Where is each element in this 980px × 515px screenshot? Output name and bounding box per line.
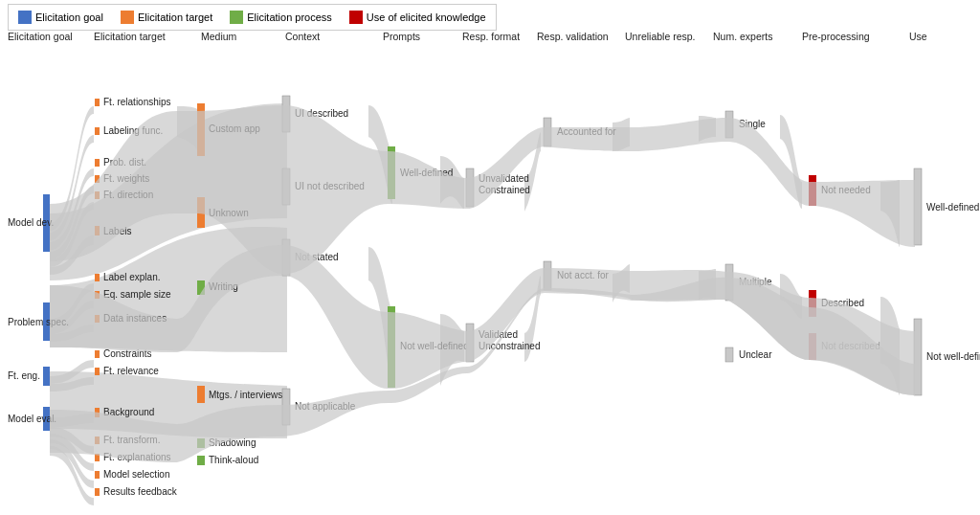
node-mtgs [197, 386, 205, 403]
col-header-resp-format: Resp. format [462, 31, 520, 42]
label-unclear-numexp: Unclear [739, 349, 772, 360]
label-model-eval: Model eval. [8, 414, 56, 424]
legend-item-use: Use of elicited knowledge [349, 11, 486, 24]
node-ft-relevance [95, 368, 100, 375]
node-unclear-numexp [725, 347, 733, 362]
col-header-resp-val: Resp. validation [537, 31, 609, 42]
col-header-medium: Medium [201, 31, 237, 42]
node-labeling-func [95, 127, 100, 135]
process-label: Elicitation process [247, 11, 332, 23]
legend-item-goal: Elicitation goal [18, 11, 103, 24]
node-ft-relationships [95, 99, 100, 106]
col-header-context: Context [285, 31, 320, 42]
label-model-dev: Model dev. [8, 217, 54, 228]
col-header-unreliable: Unreliable resp. [625, 31, 696, 42]
label-well-defined-use: Well-defined [926, 202, 979, 213]
node-think-aloud [197, 456, 205, 465]
label-ft-relationships: Ft. relationships [103, 97, 171, 107]
target-swatch [121, 11, 134, 24]
node-results-feedback [95, 488, 100, 496]
label-results-feedback: Results feedback [103, 486, 178, 497]
label-ft-relevance: Ft. relevance [103, 366, 159, 376]
node-model-selection [95, 471, 100, 479]
goal-label: Elicitation goal [35, 11, 103, 23]
node-constraints [95, 350, 100, 358]
label-model-selection: Model selection [103, 469, 169, 480]
label-eq-sample: Eq. sample size [103, 289, 171, 300]
main-container: Elicitation goal Elicitation target Elic… [0, 0, 980, 515]
use-label: Use of elicited knowledge [367, 11, 486, 23]
goal-swatch [18, 11, 32, 24]
col-header-goal: Elicitation goal [8, 31, 73, 42]
label-ft-eng: Ft. eng. [8, 370, 40, 381]
label-mtgs: Mtgs. / interviews [209, 390, 282, 400]
col-header-preprocessing: Pre-processing [802, 31, 870, 42]
label-label-explan: Label explan. [103, 272, 161, 282]
node-not-well-defined-use [914, 319, 922, 395]
node-ft-eng [43, 367, 50, 386]
col-header-use: Use [909, 31, 927, 42]
node-label-explan [95, 274, 100, 281]
label-not-well-defined-use: Not well-defined [926, 351, 980, 362]
label-think-aloud: Think-aloud [209, 455, 258, 465]
process-swatch [230, 11, 243, 24]
legend-item-process: Elicitation process [230, 11, 332, 24]
col-header-prompts: Prompts [383, 31, 420, 42]
node-well-defined-use [914, 168, 922, 245]
target-label: Elicitation target [138, 11, 212, 23]
col-header-target: Elicitation target [94, 31, 166, 42]
legend-item-target: Elicitation target [121, 11, 212, 24]
use-swatch [349, 11, 363, 24]
col-header-num-experts: Num. experts [713, 31, 772, 42]
node-prob-dist [95, 159, 100, 167]
sankey-diagram: Elicitation goal Elicitation target Medi… [0, 27, 980, 515]
